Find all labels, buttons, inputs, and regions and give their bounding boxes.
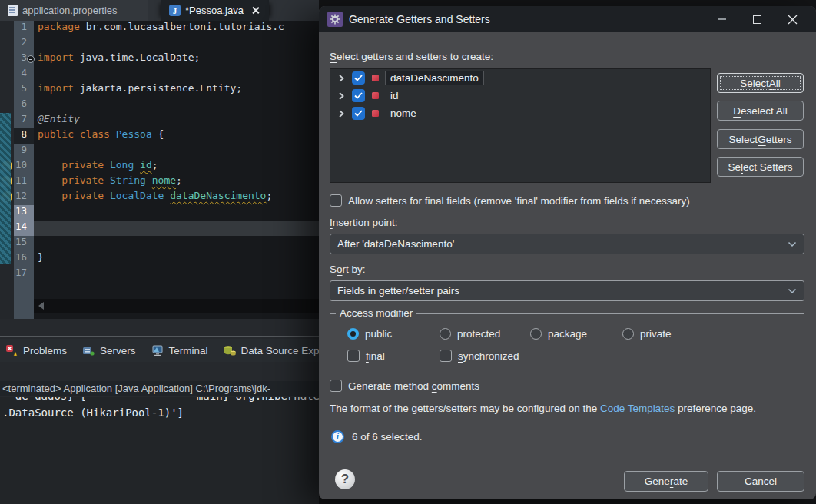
chevron-right-icon[interactable]	[337, 110, 345, 118]
final-checkbox[interactable]: final	[347, 350, 385, 362]
tab-pessoa-java[interactable]: *Pessoa.java	[161, 0, 269, 21]
help-button[interactable]	[335, 469, 355, 489]
line-number[interactable]: 12	[14, 190, 34, 205]
radio-label: public	[365, 328, 392, 340]
code-token	[38, 159, 61, 171]
tab-application-properties[interactable]: application.properties	[0, 0, 148, 21]
code-token: dataDeNascimento	[170, 190, 266, 201]
select-setters-button[interactable]: Select Setters	[717, 157, 804, 177]
chevron-down-icon	[788, 241, 797, 247]
console-line: .DataSource (HikariPool-1)']	[2, 406, 184, 419]
line-number[interactable]: 5	[14, 82, 34, 98]
checkbox-unchecked[interactable]	[330, 194, 342, 207]
radio-label: package	[548, 328, 587, 340]
radio-protected[interactable]: protected	[440, 328, 500, 340]
radio-icon[interactable]	[530, 328, 542, 340]
checkbox-checked[interactable]	[352, 89, 365, 102]
field-name: id	[386, 89, 403, 102]
close-icon[interactable]	[251, 6, 260, 15]
chevron-right-icon[interactable]	[337, 75, 345, 82]
select-getters-setters-label: Select getters and setters to create:	[330, 51, 493, 62]
synchronized-checkbox[interactable]: synchronized	[440, 350, 519, 362]
line-number[interactable]: 7	[14, 113, 34, 128]
tree-row-nome[interactable]: nome	[330, 104, 710, 122]
line-number[interactable]: 15	[14, 236, 34, 251]
code-token: Pessoa	[116, 128, 158, 140]
checkbox-unchecked[interactable]	[330, 380, 342, 392]
radio-package[interactable]: package	[530, 328, 587, 340]
maximize-button[interactable]	[739, 6, 775, 32]
radio-private[interactable]: private	[622, 328, 672, 340]
dialog-titlebar[interactable]: Generate Getters and Setters	[319, 6, 816, 32]
field-name: nome	[386, 107, 421, 120]
select-getters-button[interactable]: Select Getters	[717, 129, 804, 149]
cancel-button[interactable]: Cancel	[717, 471, 804, 492]
console-status-text: <terminated> Application [Java Applicati…	[2, 383, 270, 394]
line-number[interactable]: 8	[14, 128, 34, 144]
insertion-point-combo[interactable]: After 'dataDeNascimento'	[330, 234, 804, 254]
sort-by-combo[interactable]: Fields in getter/setter pairs	[330, 280, 804, 301]
line-number[interactable]: 9	[14, 144, 34, 159]
gutter-slot	[0, 51, 14, 67]
line-number[interactable]: 2	[14, 36, 34, 51]
tab-label: application.properties	[22, 5, 118, 16]
checkbox-checked[interactable]	[352, 107, 365, 120]
checkbox-checked[interactable]	[352, 71, 365, 85]
selection-status-text: 6 of 6 selected.	[352, 431, 423, 443]
problems-icon	[6, 345, 18, 356]
tab-data-source-explorer[interactable]: Data Source Exp	[224, 345, 320, 356]
screen: application.properties *Pessoa.java 1234…	[0, 0, 816, 504]
line-number[interactable]: 1	[14, 21, 34, 36]
allow-setters-final-checkbox[interactable]: Allow setters for final fields (remove '…	[330, 194, 690, 207]
tree-row-dataDeNascimento[interactable]: dataDeNascimento	[330, 69, 710, 87]
code-token: {	[158, 128, 164, 140]
horizontal-scrollbar[interactable]	[34, 299, 319, 313]
radio-selected-icon[interactable]	[347, 328, 359, 340]
line-number[interactable]: 6	[14, 98, 34, 113]
code-token: ;	[176, 174, 182, 186]
code-token	[38, 174, 61, 186]
line-number[interactable]: 14	[14, 220, 34, 236]
tab-label: *Pessoa.java	[185, 5, 244, 16]
tab-servers[interactable]: Servers	[82, 345, 136, 356]
gutter-slot	[0, 21, 14, 36]
line-number[interactable]: 11	[14, 174, 34, 190]
deselect-all-button[interactable]: Deselect All	[717, 101, 804, 121]
gutter-slot	[0, 82, 14, 98]
tab-terminal[interactable]: Terminal	[151, 345, 208, 356]
code-templates-link[interactable]: Code Templates	[600, 403, 675, 414]
format-note-text: The format of the getters/setters may be…	[330, 403, 600, 414]
checkbox-label: Allow setters for final fields (remove '…	[348, 195, 690, 207]
minimize-icon	[718, 18, 726, 20]
code-token: Long	[110, 159, 140, 171]
line-number[interactable]: 10	[14, 159, 34, 174]
checkbox-unchecked[interactable]	[347, 350, 360, 362]
code-token: @Entity	[38, 113, 80, 124]
fold-collapse-icon[interactable]	[27, 55, 35, 63]
private-field-icon	[372, 92, 379, 99]
line-number[interactable]: 13	[14, 205, 34, 220]
radio-icon[interactable]	[622, 328, 634, 340]
code-token: package	[38, 21, 86, 32]
code-token: id	[140, 159, 152, 171]
checkbox-unchecked[interactable]	[440, 350, 452, 362]
fields-tree[interactable]: dataDeNascimento id nome	[330, 68, 711, 183]
generate-method-comments-checkbox[interactable]: Generate method comments	[330, 380, 479, 392]
line-number[interactable]: 16	[14, 251, 34, 267]
scroll-left-icon[interactable]	[38, 302, 44, 310]
radio-icon[interactable]	[440, 328, 451, 340]
dialog-title: Generate Getters and Setters	[349, 13, 490, 25]
tab-problems[interactable]: Problems	[6, 345, 67, 356]
select-all-button[interactable]: Select All	[717, 73, 804, 93]
chevron-right-icon[interactable]	[337, 92, 345, 100]
checkbox-label: Generate method comments	[348, 380, 479, 392]
code-token: import	[38, 51, 80, 63]
minimize-button[interactable]	[704, 6, 739, 32]
radio-public[interactable]: public	[347, 328, 392, 340]
close-button[interactable]	[775, 6, 810, 32]
checkbox-label: synchronized	[458, 350, 519, 362]
generate-button[interactable]: Generate	[624, 471, 708, 492]
line-number[interactable]: 17	[14, 267, 34, 282]
tree-row-id[interactable]: id	[330, 87, 710, 104]
line-number[interactable]: 4	[14, 67, 34, 82]
